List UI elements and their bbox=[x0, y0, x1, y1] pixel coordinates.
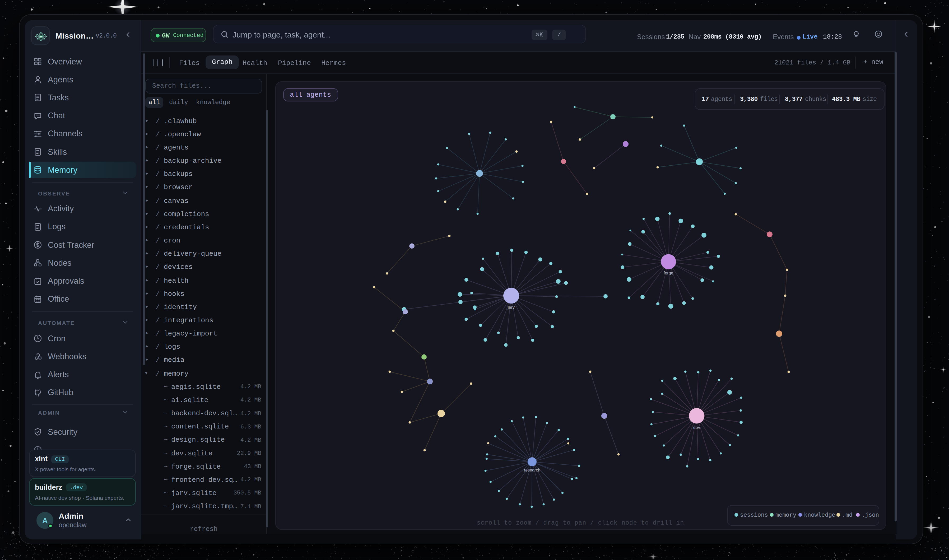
svg-text:forge: forge bbox=[663, 271, 673, 275]
svg-text:research: research bbox=[524, 468, 540, 472]
svg-text:jarv: jarv bbox=[507, 305, 514, 310]
svg-text:dev: dev bbox=[693, 425, 700, 430]
